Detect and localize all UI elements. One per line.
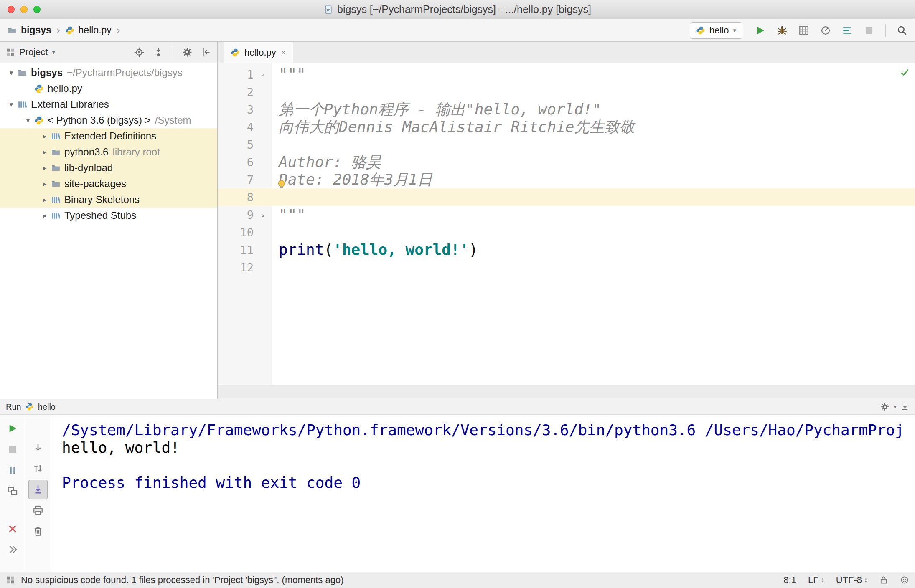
gear-icon[interactable] xyxy=(182,47,192,57)
expand-arrow[interactable]: ▾ xyxy=(5,68,18,77)
line-number[interactable]: 12 xyxy=(218,261,254,274)
project-panel-header: Project ▾ xyxy=(0,42,217,63)
search-everywhere-button[interactable] xyxy=(897,25,907,36)
close-console-button[interactable] xyxy=(3,519,22,538)
zoom-button[interactable] xyxy=(33,6,41,13)
code-line[interactable]: 7Date: 2018年3月1日 xyxy=(218,171,915,188)
expand-arrow[interactable]: ▾ xyxy=(22,116,34,125)
tree-item-binary-skeletons[interactable]: ▸Binary Skeletons xyxy=(0,192,217,208)
line-number[interactable]: 9 xyxy=(218,208,254,221)
fold-marker[interactable]: ▵ xyxy=(254,211,272,219)
project-panel-title[interactable]: Project xyxy=(19,47,48,58)
chevron-down-icon[interactable]: ▾ xyxy=(52,48,55,56)
titlebar: bigsys [~/PycharmProjects/bigsys] - .../… xyxy=(0,0,915,19)
expand-arrow[interactable]: ▸ xyxy=(38,211,51,220)
tree-item-hello-py[interactable]: hello.py xyxy=(0,81,217,96)
tree-item-external-libraries[interactable]: ▾External Libraries xyxy=(0,96,217,112)
close-button[interactable] xyxy=(8,6,15,13)
breadcrumb-file[interactable]: hello.py xyxy=(79,25,112,36)
line-number[interactable]: 10 xyxy=(218,226,254,239)
line-number[interactable]: 8 xyxy=(218,191,254,204)
expand-arrow[interactable]: ▸ xyxy=(38,132,51,141)
expand-arrow[interactable]: ▸ xyxy=(38,195,51,204)
code-line[interactable]: 1▿""" xyxy=(218,66,915,83)
tree-item-extended-definitions[interactable]: ▸Extended Definitions xyxy=(0,128,217,144)
console-button[interactable] xyxy=(842,25,853,36)
debug-button[interactable] xyxy=(777,25,788,36)
lock-icon[interactable] xyxy=(879,575,888,585)
scroll-to-end-button[interactable] xyxy=(28,480,48,499)
line-number[interactable]: 3 xyxy=(218,103,254,116)
more-actions-button[interactable] xyxy=(3,540,22,559)
expand-arrow[interactable]: ▸ xyxy=(38,180,51,188)
inspector-hector-icon[interactable] xyxy=(900,575,909,585)
tool-window-switcher-icon[interactable] xyxy=(6,575,15,585)
line-number[interactable]: 1 xyxy=(218,68,254,81)
code-line[interactable]: 10 xyxy=(218,223,915,241)
line-number[interactable]: 5 xyxy=(218,138,254,151)
close-tab-icon[interactable]: × xyxy=(281,47,286,58)
collapse-all-button[interactable] xyxy=(153,47,163,57)
minimize-button[interactable] xyxy=(20,6,28,13)
tool-window-icon xyxy=(6,48,15,57)
project-tree[interactable]: ▾bigsys~/PycharmProjects/bigsyshello.py▾… xyxy=(0,63,217,399)
caret-position-widget[interactable]: 8:1 xyxy=(783,575,796,585)
gear-icon[interactable] xyxy=(881,403,889,411)
run-console[interactable]: /System/Library/Frameworks/Python.framew… xyxy=(51,415,915,572)
run-panel-title[interactable]: Run xyxy=(6,402,21,412)
line-number[interactable]: 7 xyxy=(218,173,254,186)
code-line[interactable]: 5 xyxy=(218,136,915,153)
run-button[interactable] xyxy=(755,25,766,36)
main-area: Project ▾ ▾bigsys~/PycharmProjects/bigsy… xyxy=(0,42,915,399)
code-line[interactable]: 9▵""" xyxy=(218,206,915,223)
line-number[interactable]: 2 xyxy=(218,86,254,99)
run-toolbar-col2 xyxy=(25,415,51,572)
tree-item-lib-dynload[interactable]: ▸lib-dynload xyxy=(0,160,217,176)
tree-item-bigsys[interactable]: ▾bigsys~/PycharmProjects/bigsys xyxy=(0,65,217,81)
up-down-icon: ↕ xyxy=(864,576,867,584)
expand-arrow[interactable]: ▸ xyxy=(38,148,51,157)
window-controls xyxy=(8,0,41,19)
locate-file-button[interactable] xyxy=(134,47,144,57)
tree-item-python3-6[interactable]: ▸python3.6library root xyxy=(0,144,217,160)
editor-tab-hello-py[interactable]: hello.py × xyxy=(224,42,293,63)
tree-item-label: bigsys xyxy=(31,67,63,79)
status-bar: No suspicious code found. 1 files proces… xyxy=(0,572,915,588)
down-stack-trace-button[interactable] xyxy=(28,438,48,457)
tree-item-label: python3.6 xyxy=(64,146,108,158)
code-line[interactable]: 3第一个Python程序 - 输出"hello, world!" xyxy=(218,101,915,118)
prev-next-occurrence-button[interactable] xyxy=(28,459,48,478)
line-number[interactable]: 4 xyxy=(218,121,254,134)
hide-panel-button[interactable] xyxy=(201,47,211,57)
rerun-button[interactable] xyxy=(3,419,22,438)
code-editor[interactable]: 1▿"""23第一个Python程序 - 输出"hello, world!"4向… xyxy=(218,63,915,385)
editor-hscrollbar[interactable] xyxy=(218,385,915,399)
coverage-button[interactable] xyxy=(798,25,809,36)
line-number[interactable]: 6 xyxy=(218,156,254,169)
line-number[interactable]: 11 xyxy=(218,243,254,256)
tree-item-site-packages[interactable]: ▸site-packages xyxy=(0,176,217,192)
breadcrumb-project[interactable]: bigsys xyxy=(21,25,51,36)
hide-panel-button[interactable] xyxy=(901,403,909,411)
code-line[interactable]: 8 xyxy=(218,188,915,206)
code-line[interactable]: 11print('hello, world!') xyxy=(218,241,915,259)
restore-layout-button[interactable] xyxy=(3,482,22,501)
code-line[interactable]: 4向伟大的Dennis MacAlistair Ritchie先生致敬 xyxy=(218,118,915,136)
expand-arrow[interactable]: ▾ xyxy=(5,100,18,109)
pause-output-button[interactable] xyxy=(3,461,22,480)
tree-item-typeshed-stubs[interactable]: ▸Typeshed Stubs xyxy=(0,208,217,223)
expand-arrow[interactable]: ▸ xyxy=(38,164,51,172)
profiler-button[interactable] xyxy=(820,25,831,36)
print-button[interactable] xyxy=(28,501,48,520)
fold-marker[interactable]: ▿ xyxy=(254,71,272,79)
tree-item-python-3-6-bigsys[interactable]: ▾< Python 3.6 (bigsys) >/System xyxy=(0,112,217,128)
run-config-selector[interactable]: hello ▾ xyxy=(690,22,742,39)
clear-all-button[interactable] xyxy=(28,522,48,541)
folder-icon xyxy=(51,147,61,157)
line-separator-widget[interactable]: LF↕ xyxy=(808,575,824,585)
encoding-widget[interactable]: UTF-8↕ xyxy=(836,575,867,585)
code-line[interactable]: 2 xyxy=(218,83,915,101)
breadcrumb-separator: › xyxy=(117,24,120,37)
code-line[interactable]: 12 xyxy=(218,259,915,276)
code-line[interactable]: 6Author: 骆昊 xyxy=(218,153,915,171)
